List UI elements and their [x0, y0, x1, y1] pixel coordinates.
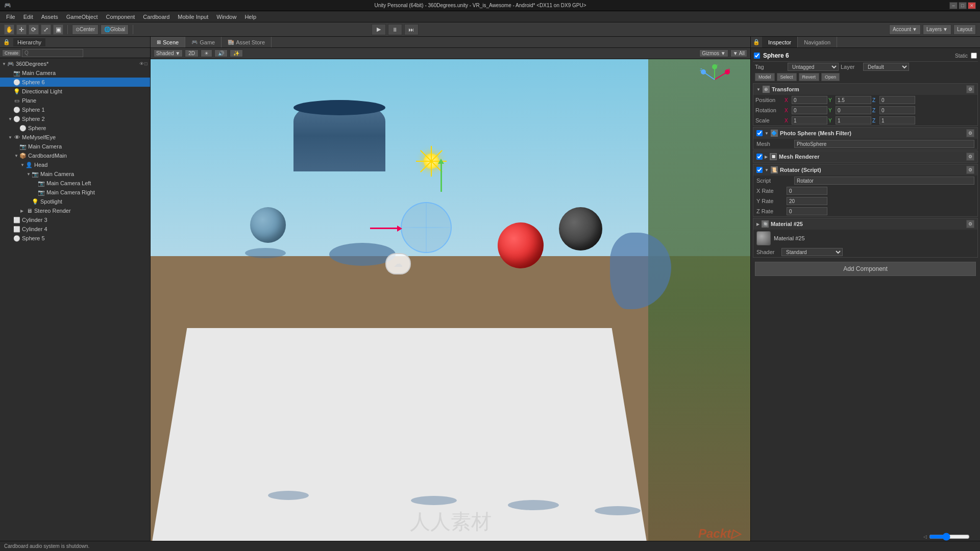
play-button[interactable]: ▶: [372, 24, 386, 35]
tree-item[interactable]: 💡 Directional Light: [0, 87, 150, 96]
tree-item[interactable]: ⚪ Sphere: [0, 123, 150, 133]
global-button[interactable]: 🌐 Global: [101, 24, 129, 35]
transform-header[interactable]: ▼ ⊕ Transform ⚙: [753, 84, 977, 95]
mesh-filter-enabled[interactable]: [756, 130, 763, 136]
menu-help[interactable]: Help: [240, 13, 260, 21]
center-button[interactable]: ⊙ Center: [72, 24, 99, 35]
rotate-tool[interactable]: ⟳: [29, 24, 39, 35]
tree-item[interactable]: ▼ 🎮 360Degrees* 👁 ⊡: [0, 59, 150, 68]
tab-scene[interactable]: ⊞ Scene: [151, 37, 185, 47]
tree-item[interactable]: ⚪ Sphere 1: [0, 105, 150, 114]
tree-item[interactable]: ▼ 📷 Main Camera: [0, 169, 150, 179]
tree-item[interactable]: ⬜ Cylinder 3: [0, 215, 150, 224]
mesh-filter-settings-icon[interactable]: ⚙: [966, 129, 974, 137]
close-button[interactable]: ✕: [968, 2, 976, 9]
tree-item[interactable]: ⬜ Cylinder 4: [0, 224, 150, 234]
static-checkbox[interactable]: [971, 53, 977, 59]
mesh-renderer-settings-icon[interactable]: ⚙: [966, 153, 974, 161]
tab-game[interactable]: 🎮 Game: [185, 37, 222, 47]
open-button[interactable]: Open: [821, 73, 840, 81]
rotator-header[interactable]: ▼ 📜 Rotator (Script) ⚙: [753, 164, 977, 176]
tree-item[interactable]: ▼ 📦 CardboardMain: [0, 151, 150, 160]
z-rate-input[interactable]: [787, 207, 827, 215]
menu-gameobject[interactable]: GameObject: [62, 13, 102, 21]
select-button[interactable]: Select: [777, 73, 797, 81]
account-dropdown[interactable]: Account ▼: [889, 24, 921, 35]
revert-button[interactable]: Revert: [799, 73, 820, 81]
tab-asset-store[interactable]: 🏬 Asset Store: [222, 37, 272, 47]
menu-edit[interactable]: Edit: [19, 13, 37, 21]
position-z[interactable]: [879, 96, 915, 104]
2d-button[interactable]: 2D: [185, 49, 199, 57]
minimize-button[interactable]: –: [949, 2, 958, 9]
menu-window[interactable]: Window: [212, 13, 240, 21]
scale-z[interactable]: [879, 116, 915, 124]
asset-size-slider[interactable]: [929, 533, 970, 541]
material-settings-icon[interactable]: ⚙: [966, 220, 974, 228]
rotation-y[interactable]: [836, 106, 871, 114]
mesh-renderer-header[interactable]: ▶ 🔲 Mesh Renderer ⚙: [753, 151, 977, 162]
tree-item[interactable]: ▼ ⚪ Sphere 2: [0, 114, 150, 123]
tree-item-sphere6[interactable]: ⚪ Sphere 6: [0, 78, 150, 87]
add-component-button[interactable]: Add Component: [755, 262, 976, 276]
pause-button[interactable]: ⏸: [388, 24, 402, 35]
scale-x[interactable]: [792, 116, 827, 124]
audio-button[interactable]: 🔊: [214, 49, 228, 57]
scale-y[interactable]: [836, 116, 871, 124]
tab-navigation[interactable]: Navigation: [798, 37, 837, 47]
tree-item[interactable]: ▭ Plane: [0, 96, 150, 105]
layer-select[interactable]: Default: [863, 63, 909, 71]
fx-button[interactable]: ✨: [230, 49, 243, 57]
tree-item[interactable]: 💡 Spotlight: [0, 197, 150, 206]
model-button[interactable]: Model: [755, 73, 775, 81]
transform-settings-icon[interactable]: ⚙: [966, 85, 974, 93]
hierarchy-create-btn[interactable]: Create: [2, 49, 21, 57]
maximize-button[interactable]: □: [959, 2, 967, 9]
selected-sphere[interactable]: [401, 202, 452, 253]
tree-item[interactable]: 📷 Main Camera Left: [0, 179, 150, 188]
mesh-filter-header[interactable]: ▼ 🔷 Photo Sphere (Mesh Filter) ⚙: [753, 128, 977, 139]
step-button[interactable]: ⏭: [404, 24, 419, 35]
tree-item[interactable]: ⚪ Sphere 5: [0, 234, 150, 243]
shader-select[interactable]: Standard: [781, 248, 843, 256]
menu-assets[interactable]: Assets: [37, 13, 62, 21]
tree-item[interactable]: 📷 Main Camera Right: [0, 188, 150, 197]
menu-mobile-input[interactable]: Mobile Input: [174, 13, 212, 21]
rotator-enabled[interactable]: [756, 167, 763, 173]
shading-dropdown[interactable]: Shaded ▼: [154, 49, 183, 57]
hand-tool[interactable]: ✋: [4, 24, 14, 35]
layout-dropdown[interactable]: Layout: [953, 24, 976, 35]
tag-select[interactable]: Untagged: [788, 63, 839, 71]
mesh-value[interactable]: [794, 140, 974, 148]
mesh-renderer-enabled[interactable]: [756, 154, 763, 160]
rotation-x[interactable]: [792, 106, 827, 114]
position-y[interactable]: [836, 96, 871, 104]
position-x[interactable]: [792, 96, 827, 104]
tree-item[interactable]: ▶ 🖥 Stereo Render: [0, 206, 150, 215]
material-header[interactable]: ▶ 🔘 Material #25 ⚙: [753, 218, 977, 230]
rotation-z[interactable]: [879, 106, 915, 114]
rotator-settings-icon[interactable]: ⚙: [966, 166, 974, 174]
scene-viewport[interactable]: ☁ X: [151, 59, 750, 551]
tab-inspector[interactable]: Inspector: [762, 37, 798, 47]
gizmos-dropdown[interactable]: Gizmos ▼: [699, 49, 728, 57]
menu-cardboard[interactable]: Cardboard: [139, 13, 174, 21]
rect-tool[interactable]: ▣: [53, 24, 63, 35]
x-rate-input[interactable]: [787, 187, 827, 195]
move-tool[interactable]: ✛: [16, 24, 27, 35]
object-enabled-checkbox[interactable]: [754, 53, 760, 59]
tree-item[interactable]: 📷 Main Camera: [0, 68, 150, 78]
tree-item[interactable]: ▼ 👤 Head: [0, 160, 150, 169]
view-dropdown[interactable]: ▼ All: [730, 49, 747, 57]
layers-dropdown[interactable]: Layers ▼: [923, 24, 951, 35]
y-rate-input[interactable]: [787, 197, 827, 205]
light-button[interactable]: ☀: [201, 49, 212, 57]
tree-item[interactable]: 📷 Main Camera: [0, 142, 150, 151]
menu-component[interactable]: Component: [102, 13, 139, 21]
menu-file[interactable]: File: [2, 13, 19, 21]
scale-tool[interactable]: ⤢: [41, 24, 51, 35]
tree-item[interactable]: ▼ 👁 MeMyselfEye: [0, 133, 150, 142]
script-value[interactable]: [794, 177, 974, 185]
hierarchy-tab[interactable]: Hierarchy: [13, 38, 45, 46]
hierarchy-search[interactable]: [22, 49, 83, 57]
